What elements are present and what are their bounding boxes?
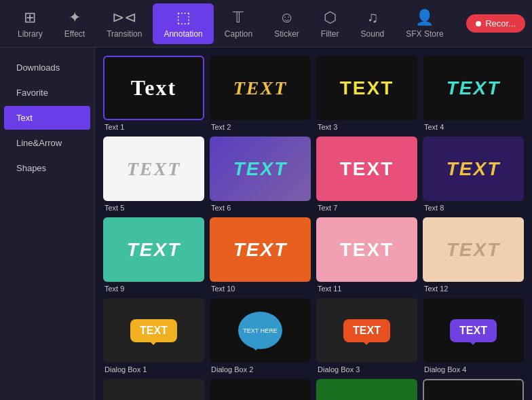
dialog-thumb-1: TEXT	[103, 298, 204, 363]
text-label-6: Text 6	[210, 204, 231, 212]
text-item-2[interactable]: TEXT Text 2	[210, 56, 311, 131]
text-label-9: Text 9	[103, 285, 124, 293]
text-preview-11: TEXT	[340, 239, 394, 261]
sound-icon: ♫	[367, 9, 379, 26]
text-item-7[interactable]: TEXT Text 7	[316, 137, 417, 212]
effect-icon: ✦	[69, 9, 81, 26]
toolbar-library[interactable]: ⊞ Library	[7, 3, 54, 44]
text-item-9[interactable]: TEXT Text 9	[103, 217, 204, 293]
text-label-1: Text 1	[103, 123, 124, 131]
text-preview-1: Text	[131, 75, 176, 101]
toolbar-sticker[interactable]: ☺ Sticker	[263, 3, 310, 44]
sticker-icon: ☺	[279, 9, 294, 26]
text-item-12[interactable]: TEXT Text 12	[423, 217, 524, 293]
dialog-box-4[interactable]: TEXT Dialog Box 4	[423, 298, 524, 374]
dialog-thumb-7: TEXT	[316, 379, 417, 400]
toolbar-library-label: Library	[18, 29, 43, 39]
text-thumb-1: Text	[103, 56, 204, 120]
dialog-label-2: Dialog Box 2	[210, 365, 253, 374]
text-preview-3: TEXT	[340, 77, 394, 99]
toolbar-sound-label: Sound	[361, 29, 385, 39]
dialog-bubble-2: TEXT HERE	[238, 312, 282, 349]
record-button[interactable]: Recor...	[466, 14, 525, 33]
dialog-box-1[interactable]: TEXT Dialog Box 1	[103, 298, 204, 374]
toolbar-sfxstore[interactable]: 👤 SFX Store	[395, 3, 454, 44]
dialog-box-8[interactable]: TEXT	[423, 379, 524, 400]
sidebar-item-favorite[interactable]: Favorite	[4, 81, 90, 105]
dialog-box-5[interactable]: TEXT	[103, 379, 204, 400]
dialog-thumb-3: TEXT	[316, 298, 417, 363]
text-preview-5: TEXT	[127, 158, 181, 180]
text-label-7: Text 7	[316, 204, 337, 212]
sidebar: Downloads Favorite Text Line&Arrow Shape…	[0, 48, 95, 400]
text-preview-8: TEXT	[446, 158, 501, 180]
text-item-11[interactable]: TEXT Text 11	[316, 217, 417, 293]
text-label-8: Text 8	[423, 204, 444, 212]
dialog-box-2[interactable]: TEXT HERE Dialog Box 2	[210, 298, 311, 374]
text-item-3[interactable]: TEXT Text 3	[316, 56, 417, 131]
toolbar-transition[interactable]: ⊳⊲ Transition	[96, 3, 153, 44]
toolbar-filter-label: Filter	[321, 29, 339, 39]
text-item-6[interactable]: TEXT Text 6	[210, 137, 311, 212]
sidebar-item-downloads[interactable]: Downloads	[4, 56, 90, 79]
text-label-4: Text 4	[423, 123, 444, 131]
text-grid: Text Text 1 TEXT Text 2 TEXT Text 3	[103, 56, 524, 400]
text-thumb-6: TEXT	[210, 137, 311, 201]
toolbar-sound[interactable]: ♫ Sound	[350, 3, 396, 44]
dialog-label-4: Dialog Box 4	[423, 365, 466, 374]
filter-icon: ⬡	[324, 9, 337, 26]
dialog-box-7[interactable]: TEXT	[316, 379, 417, 400]
dialog-thumb-4: TEXT	[423, 298, 524, 363]
text-label-3: Text 3	[316, 123, 337, 131]
dialog-thumb-2: TEXT HERE	[210, 298, 311, 363]
dialog-label-1: Dialog Box 1	[103, 365, 147, 374]
toolbar-sticker-label: Sticker	[274, 29, 299, 39]
sidebar-item-text[interactable]: Text	[4, 106, 90, 130]
dialog-box-6[interactable]: TEXT	[210, 379, 311, 400]
text-preview-2: TEXT	[233, 77, 288, 99]
text-thumb-5: TEXT	[103, 137, 204, 201]
toolbar-filter[interactable]: ⬡ Filter	[310, 3, 350, 44]
text-thumb-10: TEXT	[210, 217, 311, 282]
text-label-5: Text 5	[103, 204, 124, 212]
text-item-4[interactable]: TEXT Text 4	[423, 56, 524, 131]
toolbar-effect[interactable]: ✦ Effect	[54, 3, 96, 44]
dialog-thumb-8: TEXT	[423, 379, 524, 400]
toolbar-caption[interactable]: 𝕋 Caption	[214, 3, 263, 44]
toolbar-annotation[interactable]: ⬚ Annotation	[153, 3, 213, 44]
text-item-1[interactable]: Text Text 1	[103, 56, 204, 131]
text-preview-4: TEXT	[446, 77, 501, 99]
toolbar-effect-label: Effect	[64, 29, 85, 39]
text-label-12: Text 12	[423, 285, 448, 293]
dialog-bubble-3: TEXT	[343, 319, 390, 342]
dialog-label-3: Dialog Box 3	[316, 365, 360, 374]
text-preview-6: TEXT	[233, 158, 288, 180]
sidebar-item-linearrow[interactable]: Line&Arrow	[4, 131, 90, 155]
toolbar-annotation-label: Annotation	[164, 29, 202, 39]
text-label-11: Text 11	[316, 285, 341, 293]
content-area: Text Text 1 TEXT Text 2 TEXT Text 3	[95, 48, 532, 400]
text-item-8[interactable]: TEXT Text 8	[423, 137, 524, 212]
transition-icon: ⊳⊲	[112, 9, 136, 26]
text-thumb-11: TEXT	[316, 217, 417, 282]
library-icon: ⊞	[24, 9, 36, 26]
text-label-10: Text 10	[210, 285, 235, 293]
dialog-box-3[interactable]: TEXT Dialog Box 3	[316, 298, 417, 374]
dialog-bubble-4: TEXT	[450, 319, 497, 342]
text-thumb-8: TEXT	[423, 137, 524, 201]
text-preview-9: TEXT	[127, 239, 181, 261]
text-preview-10: TEXT	[233, 239, 288, 261]
annotation-icon: ⬚	[176, 9, 191, 26]
toolbar-sfxstore-label: SFX Store	[406, 29, 443, 39]
dialog-thumb-5: TEXT	[103, 379, 204, 400]
text-item-10[interactable]: TEXT Text 10	[210, 217, 311, 293]
text-thumb-2: TEXT	[210, 56, 311, 120]
text-thumb-4: TEXT	[423, 56, 524, 120]
text-thumb-3: TEXT	[316, 56, 417, 120]
text-item-5[interactable]: TEXT Text 5	[103, 137, 204, 212]
text-thumb-7: TEXT	[316, 137, 417, 201]
toolbar-caption-label: Caption	[225, 29, 252, 39]
sidebar-item-shapes[interactable]: Shapes	[4, 156, 90, 180]
dialog-thumb-6: TEXT	[210, 379, 311, 400]
text-label-2: Text 2	[210, 123, 231, 131]
